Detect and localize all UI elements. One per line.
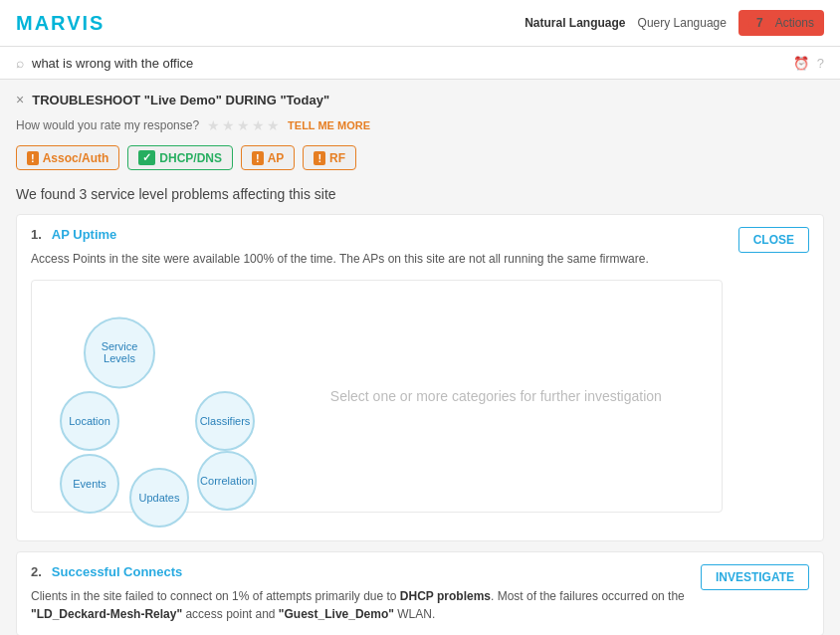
problem-2-title[interactable]: Successful Connects <box>52 564 183 579</box>
star-2[interactable]: ★ <box>222 117 235 133</box>
node-correlation[interactable]: Correlation <box>197 451 257 511</box>
search-icon: ⌕ <box>16 55 24 71</box>
search-input[interactable] <box>32 56 785 71</box>
node-events-label: Events <box>73 478 106 490</box>
search-help-icon[interactable]: ? <box>817 56 824 71</box>
problem-1-desc: Access Points in the site were available… <box>31 250 723 268</box>
node-correlation-label: Correlation <box>200 475 254 487</box>
problem-1-content: 1. AP Uptime Access Points in the site w… <box>31 227 723 529</box>
category-assoc-auth[interactable]: ! Assoc/Auth <box>16 145 119 170</box>
problem-2-bold-3: "Guest_Live_Demo" <box>279 607 394 621</box>
circle-diagram: Service Levels Location Classifiers Even… <box>48 297 267 496</box>
rf-label: RF <box>329 151 345 165</box>
logo: MARVIS <box>16 12 105 35</box>
star-5[interactable]: ★ <box>267 117 280 133</box>
rf-icon: ! <box>314 151 325 165</box>
categories-row: ! Assoc/Auth ✓ DHCP/DNS ! AP ! RF <box>16 145 824 170</box>
main-content: × TROUBLESHOOT "Live Demo" DURING "Today… <box>0 80 840 635</box>
problem-2-bold-2: "LD_Deckard-Mesh-Relay" <box>31 607 182 621</box>
node-location-label: Location <box>69 415 110 427</box>
star-3[interactable]: ★ <box>237 117 250 133</box>
dhcp-dns-icon: ✓ <box>138 150 155 165</box>
node-updates-label: Updates <box>139 492 180 504</box>
title-row: × TROUBLESHOOT "Live Demo" DURING "Today… <box>16 92 824 107</box>
rating-row: How would you rate my response? ★ ★ ★ ★ … <box>16 117 824 133</box>
node-service-levels[interactable]: Service Levels <box>84 317 155 388</box>
tell-me-more-button[interactable]: TELL ME MORE <box>288 119 370 131</box>
ap-icon: ! <box>252 151 264 165</box>
rating-prompt: How would you rate my response? <box>16 118 199 132</box>
search-history-icon[interactable]: ⏰ <box>793 56 809 71</box>
header-nav: Natural Language Query Language 7 Action… <box>525 10 824 36</box>
category-dhcp-dns[interactable]: ✓ DHCP/DNS <box>127 145 233 170</box>
close-x-button[interactable]: × <box>16 92 24 107</box>
node-classifiers[interactable]: Classifiers <box>195 391 255 451</box>
star-1[interactable]: ★ <box>207 117 220 133</box>
problem-2-action: INVESTIGATE <box>701 564 809 590</box>
problem-item-1: 1. AP Uptime Access Points in the site w… <box>16 214 824 541</box>
problem-heading: We found 3 service level problems affect… <box>16 186 824 202</box>
close-button[interactable]: CLOSE <box>738 227 809 253</box>
node-events[interactable]: Events <box>60 454 119 514</box>
actions-label: Actions <box>775 16 814 30</box>
problem-1-number: 1. <box>31 227 42 242</box>
star-rating[interactable]: ★ ★ ★ ★ ★ <box>207 117 280 133</box>
diagram-hint: Select one or more categories for furthe… <box>287 388 706 404</box>
problem-2-desc: Clients in the site failed to connect on… <box>31 587 685 623</box>
category-rf[interactable]: ! RF <box>303 145 356 170</box>
search-actions: ⏰ ? <box>793 56 824 71</box>
natural-language-tab[interactable]: Natural Language <box>525 16 625 30</box>
assoc-auth-icon: ! <box>27 151 39 165</box>
node-location[interactable]: Location <box>60 391 119 451</box>
problem-item-2: 2. Successful Connects Clients in the si… <box>16 551 824 635</box>
actions-count-badge: 7 <box>748 14 771 32</box>
category-ap[interactable]: ! AP <box>241 145 295 170</box>
search-bar: ⌕ ⏰ ? <box>0 47 840 80</box>
assoc-auth-label: Assoc/Auth <box>43 151 109 165</box>
star-4[interactable]: ★ <box>252 117 265 133</box>
node-service-levels-label: Service Levels <box>86 340 153 364</box>
header: MARVIS Natural Language Query Language 7… <box>0 0 840 47</box>
page-title: TROUBLESHOOT "Live Demo" DURING "Today" <box>32 93 329 107</box>
node-updates[interactable]: Updates <box>129 468 189 528</box>
ap-label: AP <box>268 151 285 165</box>
actions-button[interactable]: 7 Actions <box>738 10 824 36</box>
problem-2-bold-1: DHCP problems <box>400 589 491 603</box>
query-language-tab[interactable]: Query Language <box>638 16 727 30</box>
node-classifiers-label: Classifiers <box>200 415 251 427</box>
problem-2-content: 2. Successful Connects Clients in the si… <box>31 564 685 623</box>
problem-2-number: 2. <box>31 564 42 579</box>
problem-1-action: CLOSE <box>738 227 809 253</box>
investigate-button-2[interactable]: INVESTIGATE <box>701 564 809 590</box>
dhcp-dns-label: DHCP/DNS <box>159 151 222 165</box>
diagram-area: Service Levels Location Classifiers Even… <box>31 280 723 513</box>
problem-1-title[interactable]: AP Uptime <box>52 227 117 242</box>
